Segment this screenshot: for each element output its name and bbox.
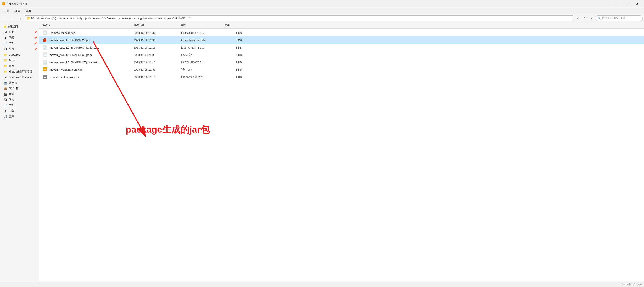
- dropdown-button[interactable]: ∨: [574, 15, 581, 21]
- col-date-header[interactable]: 修改日期: [134, 24, 181, 27]
- svg-rect-1: [2, 4, 5, 5]
- file-date-6: 2023/12/18 11:13: [134, 76, 181, 79]
- props-file-icon: [43, 74, 48, 80]
- addr-sep-0: ›: [40, 17, 40, 19]
- addr-mavenjava[interactable]: maven_java: [158, 17, 172, 20]
- minimize-button[interactable]: —: [612, 0, 622, 7]
- sidebar-item-docs2[interactable]: 📄 文档: [0, 102, 39, 108]
- window-icon: [2, 2, 6, 6]
- table-row[interactable]: maven_java-1.0-SNAPSHOT.jar 2023/12/18 1…: [39, 36, 644, 44]
- sidebar-label-plants: 植物大战僵尸冒险模...: [9, 70, 34, 74]
- forward-button[interactable]: →: [9, 15, 16, 21]
- sidebar-item-3d[interactable]: 📦 3D 对象: [0, 86, 39, 91]
- file-name-0: _remote.repositories: [50, 31, 134, 34]
- col-type-header[interactable]: 类型: [181, 24, 224, 27]
- menu-bar: 主页 共享 查看: [0, 8, 644, 14]
- file-date-5: 2023/12/18 11:36: [134, 68, 181, 71]
- sidebar-label-desktop: 桌面: [9, 30, 14, 34]
- menu-home[interactable]: 主页: [2, 8, 12, 14]
- file-icon-6: [42, 74, 48, 80]
- sidebar-item-music[interactable]: 🎵 音乐: [0, 114, 39, 120]
- watermark: CSDN 牛比风ANOX: [621, 283, 642, 286]
- file-list: 📄 _remote.repositories 2023/12/18 11:36 …: [39, 28, 644, 282]
- file-size-2: 1 KB: [224, 46, 246, 49]
- sidebar-item-docs[interactable]: 📄 文档 📌: [0, 40, 39, 46]
- file-size-6: 1 KB: [224, 76, 246, 79]
- window-controls: — □ ✕: [612, 0, 642, 7]
- file-size-3: 3 KB: [224, 53, 246, 56]
- sidebar-label-pics2: 图片: [9, 98, 14, 102]
- sidebar-label-thispc: 此电脑: [9, 81, 17, 85]
- col-size-header[interactable]: 大小: [224, 24, 246, 27]
- sidebar-label-pics: 图片: [9, 47, 14, 51]
- sidebar-label-tags: Tags: [9, 59, 14, 62]
- sidebar-item-downloads2[interactable]: ⬇ 下载: [0, 108, 39, 114]
- up-button[interactable]: ↑: [17, 15, 24, 21]
- sidebar-label-test: Test: [9, 64, 14, 68]
- jar-file-icon: [43, 38, 48, 42]
- sidebar-item-desktop[interactable]: 🖥 桌面 📌: [0, 29, 39, 35]
- sidebar-item-test[interactable]: 📁 Test: [0, 63, 39, 69]
- refresh-button[interactable]: ↻: [582, 15, 589, 21]
- addr-snapshot[interactable]: 1.0-SNAPSHOT: [173, 17, 192, 20]
- sidebar-item-pics[interactable]: 🖼 图片 📌: [0, 46, 39, 52]
- addr-programfiles[interactable]: Program Files: [58, 17, 74, 20]
- file-name-2: maven_java-1.0-SNAPSHOT.jar.lastUp...: [50, 46, 134, 49]
- generic-file-icon-2: 📄: [43, 45, 47, 50]
- test-icon: 📁: [4, 64, 7, 68]
- close-button[interactable]: ✕: [632, 0, 642, 7]
- address-path: 此电脑 › Windows (C:) › Program Files › Stu…: [31, 16, 572, 20]
- file-icon-0: 📄: [42, 30, 48, 35]
- file-type-1: Executable Jar File: [181, 38, 224, 42]
- table-row[interactable]: resolver-status.properties 2023/12/18 11…: [39, 73, 644, 81]
- addr-study[interactable]: Study: [76, 17, 82, 20]
- file-name-1: maven_java-1.0-SNAPSHOT.jar: [50, 38, 134, 42]
- col-name-header[interactable]: 名称 ∧: [42, 24, 134, 27]
- addr-pc[interactable]: 此电脑: [31, 16, 39, 20]
- sidebar-item-plants[interactable]: 📁 植物大战僵尸冒险模...: [0, 69, 39, 74]
- table-row[interactable]: 📄 maven_java-1.0-SNAPSHOT.pom 2023/11/3 …: [39, 51, 644, 58]
- music-icon: 🎵: [4, 115, 7, 118]
- sidebar-item-thispc[interactable]: 💻 此电脑: [0, 80, 39, 86]
- table-row[interactable]: 📄 maven_java-1.0-SNAPSHOT.jar.lastUp... …: [39, 44, 644, 51]
- menu-share[interactable]: 共享: [12, 8, 22, 14]
- file-name-3: maven_java-1.0-SNAPSHOT.pom: [50, 53, 134, 56]
- svg-rect-8: [44, 76, 46, 76]
- addr-sep-4: ›: [108, 17, 109, 19]
- pin-icon-docs: 📌: [34, 42, 37, 45]
- back-button[interactable]: ←: [1, 15, 8, 21]
- file-icon-5: XML: [42, 67, 48, 72]
- maximize-button[interactable]: □: [622, 0, 632, 7]
- file-date-3: 2023/11/3 17:53: [134, 53, 181, 56]
- addr-sep-9: ›: [172, 17, 173, 19]
- sidebar-item-video[interactable]: 🎬 视频: [0, 91, 39, 97]
- file-type-3: POM 文件: [181, 53, 224, 57]
- status-bar: [0, 282, 644, 287]
- table-row[interactable]: 📄 _remote.repositories 2023/12/18 11:36 …: [39, 29, 644, 36]
- sidebar-item-pics2[interactable]: 🖼 图片: [0, 97, 39, 102]
- in-label: 在: [591, 16, 593, 20]
- sidebar-item-captures[interactable]: 📁 Captures: [0, 52, 39, 58]
- addr-c[interactable]: Windows (C:): [40, 17, 56, 20]
- sidebar-item-tags[interactable]: 📁 Tags: [0, 58, 39, 63]
- file-date-2: 2023/12/18 11:13: [134, 46, 181, 49]
- sidebar-label-docs2: 文档: [9, 104, 14, 107]
- menu-view[interactable]: 查看: [24, 8, 34, 14]
- addr-maven[interactable]: apache-maven-3.8.7: [84, 17, 108, 20]
- addr-atguigu[interactable]: atguigu: [138, 17, 146, 20]
- address-bar[interactable]: 📁 此电脑 › Windows (C:) › Program Files › S…: [25, 16, 573, 21]
- desktop-icon: 🖥: [4, 30, 7, 34]
- table-row[interactable]: XML maven-metadata-local.xml 2023/12/18 …: [39, 66, 644, 73]
- table-row[interactable]: 📄 maven_java-1.0-SNAPSHOT.pom.last... 20…: [39, 58, 644, 66]
- file-name-6: resolver-status.properties: [50, 76, 134, 79]
- addr-repo[interactable]: maven_repository: [109, 17, 130, 20]
- svg-text:XML: XML: [43, 69, 47, 71]
- sidebar-item-downloads[interactable]: ⬇ 下载 📌: [0, 35, 39, 40]
- addr-maven2[interactable]: maven: [148, 17, 156, 20]
- search-bar[interactable]: 🔍 搜索 1.0-SNAPSHOT: [595, 16, 643, 21]
- address-folder-icon: 📁: [27, 16, 30, 20]
- sidebar-item-onedrive[interactable]: ☁ OneDrive - Personal: [0, 74, 39, 80]
- pics2-icon: 🖼: [4, 98, 7, 102]
- addr-com[interactable]: com: [132, 17, 136, 20]
- docs2-icon: 📄: [4, 104, 7, 107]
